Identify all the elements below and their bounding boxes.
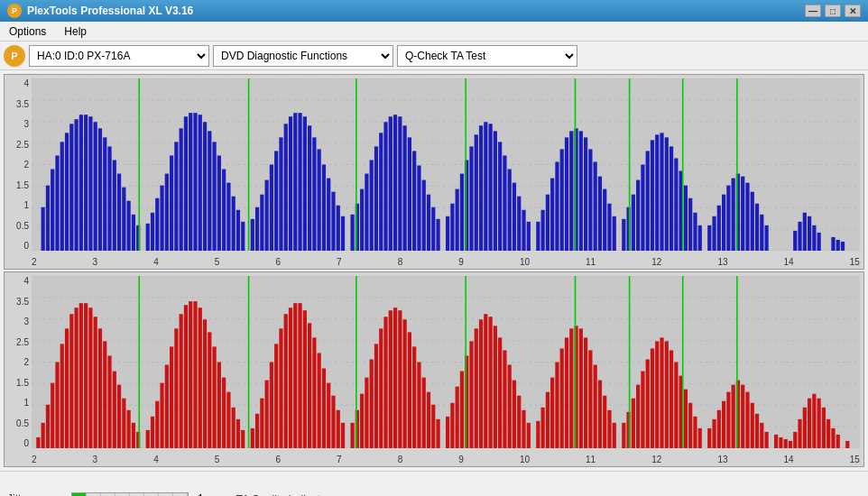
svg-rect-105 — [517, 197, 521, 251]
window-title: PlexTools Professional XL V3.16 — [27, 5, 193, 17]
svg-rect-256 — [408, 332, 411, 448]
svg-rect-45 — [217, 155, 221, 251]
svg-rect-340 — [831, 428, 835, 448]
svg-rect-323 — [745, 392, 749, 448]
svg-rect-223 — [241, 430, 245, 448]
svg-rect-119 — [588, 149, 592, 251]
bottom-chart: 4 3.5 3 2.5 2 1.5 1 0.5 0 — [4, 271, 864, 467]
svg-rect-196 — [107, 355, 111, 448]
top-chart: 4 3.5 3 2.5 2 1.5 1 0.5 0 — [4, 74, 864, 270]
top-chart-x-axis: 2 3 4 5 6 7 8 9 10 11 12 13 14 15 — [32, 257, 860, 267]
svg-rect-84 — [412, 151, 416, 251]
svg-rect-67 — [327, 179, 330, 251]
svg-rect-205 — [155, 401, 159, 448]
svg-rect-329 — [779, 437, 782, 448]
svg-rect-150 — [745, 183, 749, 251]
svg-rect-214 — [199, 308, 202, 448]
svg-rect-261 — [431, 405, 435, 448]
svg-rect-191 — [84, 303, 88, 448]
svg-rect-222 — [236, 419, 240, 448]
svg-rect-236 — [308, 323, 311, 448]
svg-rect-92 — [456, 189, 459, 251]
svg-rect-283 — [546, 392, 549, 448]
svg-rect-42 — [203, 122, 207, 251]
svg-rect-199 — [122, 399, 125, 448]
svg-rect-260 — [427, 392, 430, 448]
svg-rect-290 — [579, 328, 583, 448]
svg-rect-30 — [146, 224, 150, 251]
svg-rect-96 — [475, 134, 478, 251]
svg-rect-157 — [803, 213, 807, 251]
svg-rect-314 — [698, 428, 702, 448]
svg-rect-221 — [232, 408, 235, 448]
svg-rect-239 — [322, 369, 326, 448]
function-select[interactable]: DVD Diagnostic Functions — [213, 45, 393, 67]
svg-rect-278 — [517, 396, 521, 448]
bottom-panel: Jitter: 1 Peak Shift: — [0, 471, 868, 496]
svg-rect-204 — [151, 417, 154, 448]
svg-rect-15 — [69, 124, 73, 251]
svg-rect-62 — [303, 116, 307, 251]
svg-rect-277 — [512, 381, 516, 448]
svg-rect-132 — [655, 134, 659, 251]
svg-rect-138 — [684, 186, 688, 251]
svg-rect-207 — [165, 365, 169, 448]
svg-rect-210 — [180, 314, 183, 448]
svg-rect-300 — [632, 399, 635, 448]
svg-rect-241 — [331, 396, 335, 448]
test-select[interactable]: Q-Check TA Test — [397, 45, 577, 67]
svg-rect-37 — [180, 128, 183, 251]
svg-rect-251 — [383, 317, 387, 448]
svg-rect-143 — [712, 216, 716, 251]
svg-rect-231 — [284, 314, 288, 448]
jitter-empty-3 — [115, 493, 130, 497]
jitter-empty-6 — [159, 493, 173, 497]
svg-rect-47 — [226, 183, 230, 251]
svg-rect-78 — [383, 122, 387, 251]
svg-rect-234 — [298, 303, 301, 448]
close-button[interactable]: ✕ — [845, 5, 861, 17]
svg-rect-316 — [712, 419, 716, 448]
menu-help[interactable]: Help — [59, 23, 92, 40]
svg-rect-276 — [508, 365, 512, 448]
svg-rect-295 — [603, 396, 606, 448]
svg-rect-235 — [303, 310, 307, 448]
svg-rect-22 — [103, 137, 106, 251]
title-bar-left: P PlexTools Professional XL V3.16 — [7, 4, 193, 18]
svg-rect-336 — [812, 394, 816, 448]
svg-rect-11 — [51, 170, 54, 251]
svg-rect-57 — [279, 137, 282, 251]
svg-rect-243 — [341, 423, 345, 448]
minimize-button[interactable]: — — [805, 5, 821, 17]
svg-rect-272 — [488, 317, 492, 448]
quality-label: TA Quality Indicator: — [236, 493, 333, 497]
svg-rect-142 — [707, 225, 711, 251]
title-bar-controls[interactable]: — □ ✕ — [805, 5, 861, 17]
svg-rect-36 — [174, 142, 178, 251]
svg-rect-184 — [51, 383, 54, 448]
svg-rect-54 — [265, 180, 269, 251]
jitter-value: 1 — [198, 492, 204, 497]
jitter-empty-7 — [173, 493, 188, 497]
svg-rect-155 — [793, 231, 797, 251]
svg-rect-87 — [427, 195, 430, 251]
svg-rect-53 — [260, 195, 263, 251]
device-select[interactable]: HA:0 ID:0 PX-716A — [29, 45, 209, 67]
svg-rect-46 — [222, 170, 226, 251]
svg-rect-38 — [184, 116, 188, 251]
svg-rect-335 — [808, 399, 811, 448]
svg-rect-70 — [341, 216, 345, 251]
menu-options[interactable]: Options — [4, 23, 51, 40]
svg-rect-228 — [270, 363, 273, 449]
svg-rect-225 — [255, 414, 259, 448]
svg-rect-51 — [251, 219, 254, 251]
svg-rect-266 — [460, 372, 464, 448]
svg-rect-120 — [594, 161, 597, 251]
maximize-button[interactable]: □ — [825, 5, 841, 17]
svg-rect-163 — [841, 242, 845, 251]
svg-rect-181 — [36, 437, 40, 448]
svg-rect-284 — [550, 378, 554, 448]
svg-rect-48 — [232, 197, 235, 251]
svg-rect-190 — [79, 303, 83, 448]
svg-rect-230 — [279, 328, 282, 448]
